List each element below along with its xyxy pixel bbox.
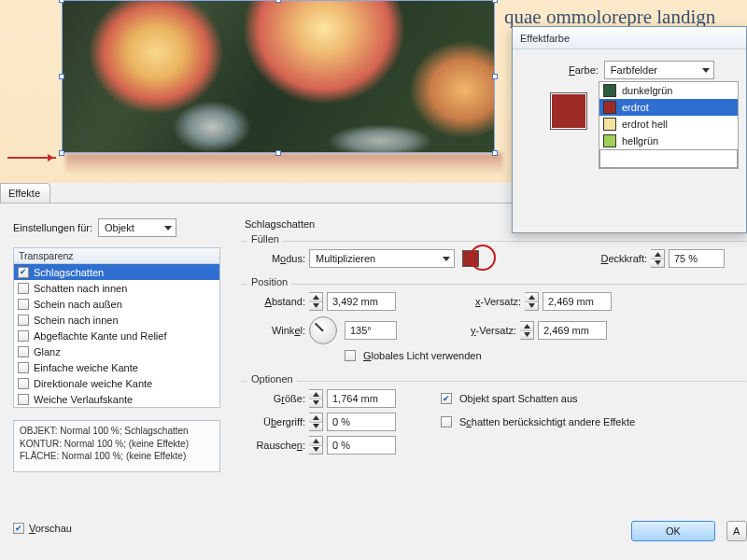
options-legend: Optionen <box>247 373 297 385</box>
effect-checkbox[interactable] <box>18 330 29 342</box>
swatch-icon <box>603 134 616 147</box>
color-source-dropdown[interactable]: Farbfelder <box>604 61 714 79</box>
selection-handle[interactable] <box>59 0 64 3</box>
angle-value: 135° <box>350 325 372 336</box>
spinner-down-icon[interactable] <box>525 302 538 311</box>
spinner-down-icon[interactable] <box>309 446 322 455</box>
effect-item-weiche-verlaufskante[interactable]: Weiche Verlaufskante <box>14 391 219 407</box>
effect-checkbox[interactable] <box>18 378 29 389</box>
effect-checkbox[interactable] <box>18 315 29 326</box>
ok-button[interactable]: OK <box>631 521 715 541</box>
effect-item-abgeflachte-kante[interactable]: Abgeflachte Kante und Relief <box>14 328 219 343</box>
spread-spinner[interactable] <box>309 413 323 431</box>
spinner-up-icon[interactable] <box>309 390 322 399</box>
effect-label: Schein nach außen <box>34 299 122 310</box>
spinner-up-icon[interactable] <box>309 293 322 302</box>
distance-input[interactable]: 3,492 mm <box>327 292 396 311</box>
opacity-spinner[interactable] <box>651 249 665 268</box>
preview-checkbox[interactable] <box>13 523 24 534</box>
selection-handle[interactable] <box>492 74 498 79</box>
color-row-erdrot[interactable]: erdrot <box>599 99 738 116</box>
distance-spinner[interactable] <box>309 292 323 311</box>
preview-checkbox-row[interactable]: Vorschau <box>13 523 72 534</box>
y-offset-value: 2,469 mm <box>543 325 589 336</box>
size-input[interactable]: 1,764 mm <box>327 389 396 408</box>
status-line: KONTUR: Normal 100 %; (keine Effekte) <box>20 438 214 451</box>
noise-input[interactable]: 0 % <box>327 436 396 455</box>
effect-checkbox[interactable] <box>18 267 29 278</box>
mode-color-swatch[interactable] <box>462 250 479 267</box>
angle-input[interactable]: 135° <box>345 321 397 340</box>
effect-label: Weiche Verlaufskante <box>34 394 133 405</box>
effect-checkbox[interactable] <box>18 299 29 310</box>
global-light-checkbox[interactable] <box>345 350 356 361</box>
color-row-erdrot-hell[interactable]: erdrot hell <box>599 116 738 133</box>
effect-label: Schatten nach innen <box>34 283 127 294</box>
effects-panel-tab[interactable]: Effekte <box>0 183 50 203</box>
selection-handle[interactable] <box>492 0 498 3</box>
effect-item-schatten-innen[interactable]: Schatten nach innen <box>14 280 219 296</box>
opacity-input[interactable]: 75 % <box>669 249 725 268</box>
x-offset-input[interactable]: 2,469 mm <box>543 292 612 311</box>
spinner-up-icon[interactable] <box>525 293 538 302</box>
effect-checkbox[interactable] <box>18 362 29 373</box>
selected-image-frame[interactable] <box>62 0 495 153</box>
spinner-up-icon[interactable] <box>309 413 322 423</box>
effect-item-weiche-kante-einfach[interactable]: Einfache weiche Kante <box>14 359 219 375</box>
spinner-down-icon[interactable] <box>520 331 533 340</box>
mode-dropdown[interactable]: Multiplizieren <box>309 249 455 268</box>
swatch-name: erdrot hell <box>622 119 668 130</box>
color-row-dunkelgruen[interactable]: dunkelgrün <box>599 82 738 99</box>
color-row-hellgruen[interactable]: hellgrün <box>599 133 738 149</box>
color-filter-input[interactable] <box>599 149 738 168</box>
y-offset-spinner[interactable] <box>520 321 534 340</box>
effect-item-glanz[interactable]: Glanz <box>14 343 219 359</box>
effect-checkbox[interactable] <box>18 346 29 357</box>
y-offset-input[interactable]: 2,469 mm <box>538 321 607 340</box>
spinner-down-icon[interactable] <box>309 399 322 408</box>
swatch-icon <box>603 101 616 114</box>
spinner-up-icon[interactable] <box>520 322 533 331</box>
effect-checkbox[interactable] <box>18 283 29 294</box>
distance-label: Abstand: <box>251 296 305 307</box>
spinner-down-icon[interactable] <box>651 259 664 268</box>
shadow-honors-effects-checkbox[interactable] <box>441 416 452 427</box>
spinner-up-icon[interactable] <box>651 250 664 259</box>
effects-list-header[interactable]: Transparenz <box>14 248 219 264</box>
popup-title[interactable]: Effektfarbe <box>513 27 746 49</box>
selection-handle[interactable] <box>275 150 281 156</box>
settings-for-dropdown[interactable]: Objekt <box>98 218 176 237</box>
spinner-down-icon[interactable] <box>309 302 322 311</box>
selection-handle[interactable] <box>492 150 498 156</box>
effect-item-schlagschatten[interactable]: Schlagschatten <box>14 264 219 280</box>
drop-shadow-preview <box>65 153 502 174</box>
spread-label: Übergriff: <box>251 416 305 427</box>
size-value: 1,764 mm <box>332 393 378 404</box>
section-title: Schlagschatten <box>245 218 315 230</box>
effect-label: Abgeflachte Kante und Relief <box>34 330 167 342</box>
object-knockout-label: Objekt spart Schatten aus <box>459 393 578 404</box>
object-knockout-checkbox[interactable] <box>441 393 452 404</box>
selection-handle[interactable] <box>59 74 64 79</box>
settings-for-value: Objekt <box>105 222 134 233</box>
secondary-button[interactable]: A <box>726 521 747 541</box>
spread-input[interactable]: 0 % <box>327 413 396 431</box>
fill-legend: Füllen <box>247 233 283 245</box>
spinner-down-icon[interactable] <box>309 423 322 431</box>
angle-dial[interactable] <box>309 316 337 344</box>
effect-item-schein-aussen[interactable]: Schein nach außen <box>14 296 219 312</box>
x-offset-value: 2,469 mm <box>548 296 594 307</box>
x-offset-spinner[interactable] <box>525 292 539 311</box>
selection-handle[interactable] <box>59 150 64 156</box>
effect-item-weiche-kante-direktional[interactable]: Direktionale weiche Kante <box>14 375 219 391</box>
position-group: Position Abstand: 3,492 mm x-Versatz: 2,… <box>241 284 747 375</box>
effect-item-schein-innen[interactable]: Schein nach innen <box>14 312 219 328</box>
noise-spinner[interactable] <box>309 436 323 455</box>
effect-checkbox[interactable] <box>18 394 29 405</box>
selection-handle[interactable] <box>275 0 281 3</box>
effect-label: Direktionale weiche Kante <box>34 378 152 389</box>
angle-label: Winkel: <box>251 325 305 336</box>
size-spinner[interactable] <box>309 389 323 408</box>
spinner-up-icon[interactable] <box>309 437 322 446</box>
size-label: Größe: <box>251 393 305 404</box>
